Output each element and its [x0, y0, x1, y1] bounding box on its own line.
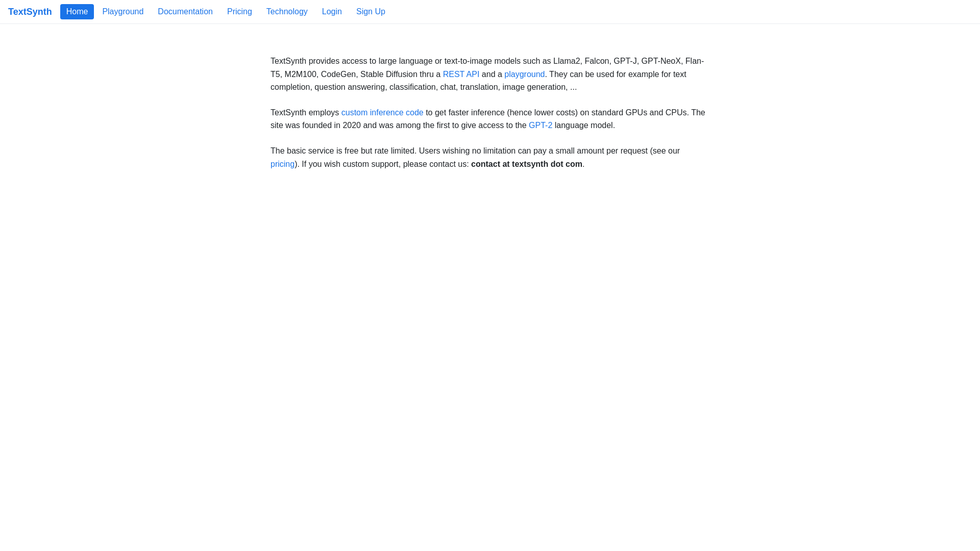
paragraph-2: TextSynth employs custom inference code … — [271, 106, 709, 132]
paragraph-1: TextSynth provides access to large langu… — [271, 55, 709, 94]
nav-item-documentation: Documentation — [152, 4, 219, 19]
nav-item-technology: Technology — [260, 4, 314, 19]
pricing-link[interactable]: pricing — [271, 160, 295, 168]
nav-link-technology[interactable]: Technology — [260, 4, 314, 19]
navbar: TextSynth Home Playground Documentation … — [0, 0, 980, 24]
brand-link[interactable]: TextSynth — [8, 7, 52, 17]
paragraph1-text-between: and a — [479, 70, 504, 79]
paragraph3-text-between: ). If you wish custom support, please co… — [295, 160, 471, 168]
paragraph2-text-before-custom: TextSynth employs — [271, 108, 341, 117]
paragraph3-text-before-pricing: The basic service is free but rate limit… — [271, 146, 680, 155]
nav-item-signup: Sign Up — [350, 4, 391, 19]
nav-link-pricing[interactable]: Pricing — [221, 4, 258, 19]
main-content: TextSynth provides access to large langu… — [260, 24, 720, 213]
nav-link-signup[interactable]: Sign Up — [350, 4, 391, 19]
nav-link-documentation[interactable]: Documentation — [152, 4, 219, 19]
gpt2-link[interactable]: GPT-2 — [529, 121, 552, 130]
nav-item-login: Login — [316, 4, 348, 19]
rest-api-link[interactable]: REST API — [443, 70, 480, 79]
nav-item-playground: Playground — [96, 4, 150, 19]
nav-item-pricing: Pricing — [221, 4, 258, 19]
nav-link-login[interactable]: Login — [316, 4, 348, 19]
contact-bold: contact at textsynth dot com — [471, 160, 582, 168]
custom-inference-link[interactable]: custom inference code — [341, 108, 424, 117]
paragraph3-end: . — [582, 160, 584, 168]
nav-links: Home Playground Documentation Pricing Te… — [60, 4, 391, 19]
nav-link-home[interactable]: Home — [60, 4, 94, 19]
paragraph2-text-after: language model. — [552, 121, 615, 130]
nav-link-playground[interactable]: Playground — [96, 4, 150, 19]
playground-link[interactable]: playground — [504, 70, 545, 79]
nav-item-home: Home — [60, 4, 94, 19]
paragraph-3: The basic service is free but rate limit… — [271, 144, 709, 170]
